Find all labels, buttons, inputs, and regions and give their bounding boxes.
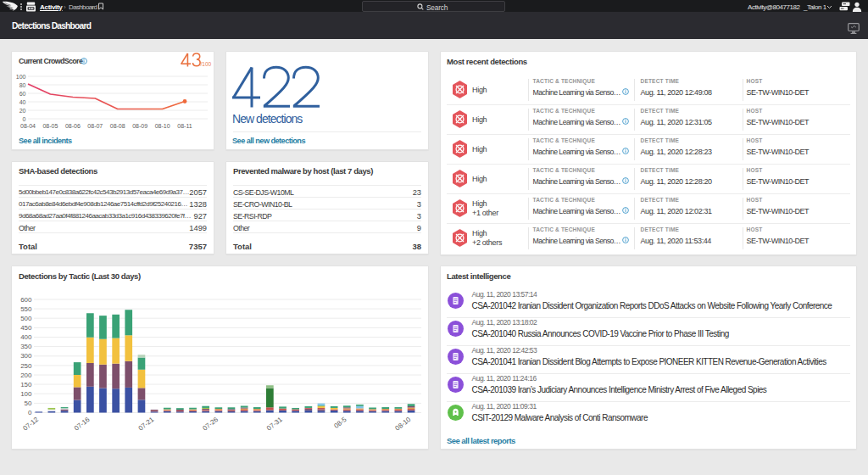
svg-text:300: 300 — [20, 352, 32, 360]
svg-text:07-31: 07-31 — [265, 416, 284, 433]
svg-text:0: 0 — [23, 116, 26, 122]
svg-text:07-21: 07-21 — [137, 416, 156, 433]
svg-text:08-10: 08-10 — [155, 123, 170, 129]
svg-text:150: 150 — [20, 381, 32, 388]
svg-text:07-12: 07-12 — [21, 416, 40, 433]
svg-text:50: 50 — [25, 400, 32, 407]
svg-text:08-09: 08-09 — [132, 123, 147, 129]
svg-text:100: 100 — [20, 390, 32, 398]
svg-text:350: 350 — [20, 343, 32, 350]
svg-text:08-04: 08-04 — [20, 123, 36, 129]
svg-text:08-05: 08-05 — [42, 123, 58, 129]
svg-text:08-5: 08-5 — [332, 416, 348, 430]
svg-text:07-26: 07-26 — [201, 416, 220, 433]
svg-text:0: 0 — [28, 409, 32, 416]
svg-text:60: 60 — [19, 91, 26, 97]
svg-text:200: 200 — [20, 372, 32, 379]
svg-text:08-08: 08-08 — [110, 123, 125, 129]
svg-text:100: 100 — [16, 74, 26, 80]
svg-text:08-10: 08-10 — [394, 416, 413, 433]
svg-text:08-07: 08-07 — [87, 123, 103, 129]
svg-text:08-11: 08-11 — [177, 123, 192, 129]
svg-text:250: 250 — [20, 362, 32, 370]
svg-text:400: 400 — [20, 333, 32, 341]
svg-text:80: 80 — [19, 82, 26, 88]
svg-text:20: 20 — [19, 108, 26, 114]
svg-text:550: 550 — [20, 305, 32, 313]
svg-text:450: 450 — [20, 324, 32, 332]
svg-text:07-16: 07-16 — [73, 416, 92, 433]
svg-text:600: 600 — [20, 296, 32, 304]
svg-text:500: 500 — [20, 315, 32, 322]
svg-text:08-06: 08-06 — [65, 123, 81, 129]
svg-text:40: 40 — [19, 99, 26, 105]
